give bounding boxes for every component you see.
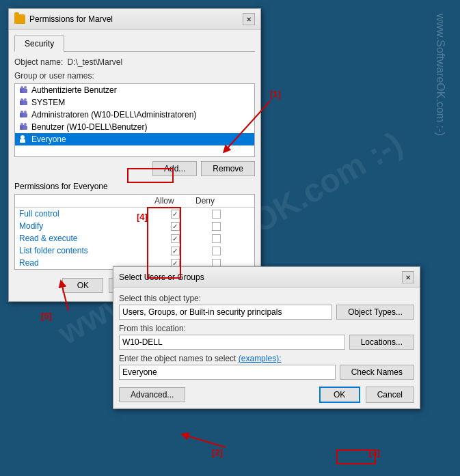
svg-rect-11 xyxy=(23,113,27,117)
select-dialog: Select Users or Groups ✕ Select this obj… xyxy=(113,266,420,409)
deny-col: Deny xyxy=(195,196,236,206)
perm-row: Full control xyxy=(15,208,254,220)
advanced-button[interactable]: Advanced... xyxy=(119,387,185,402)
object-names-input[interactable] xyxy=(119,365,336,380)
allow-col: Allow xyxy=(154,196,195,206)
select-title-area: Select Users or Groups xyxy=(119,272,204,282)
list-item[interactable]: Benutzer (W10-DELL\Benutzer) xyxy=(15,121,254,133)
svg-rect-17 xyxy=(20,139,25,143)
list-item[interactable]: Authentizierte Benutzer xyxy=(15,84,254,96)
perm-readexecute[interactable]: Read & execute xyxy=(19,234,154,243)
users-list[interactable]: Authentizierte Benutzer SYSTEM A xyxy=(14,83,255,157)
select-close-button[interactable]: ✕ xyxy=(402,271,414,283)
object-type-row: Object Types... xyxy=(119,305,414,320)
object-name-row: Object name: D:\_test\Marvel xyxy=(14,57,255,67)
readexec-deny-cell xyxy=(195,234,236,243)
examples-link[interactable]: (examples): xyxy=(239,354,282,363)
tab-security[interactable]: Security xyxy=(14,36,64,52)
permissions-body: Security Object name: D:\_test\Marvel Gr… xyxy=(9,30,260,301)
group-label: Group or user names: xyxy=(14,71,255,81)
user-name: Authentizierte Benutzer xyxy=(31,85,117,95)
list-item[interactable]: SYSTEM xyxy=(15,96,254,109)
readexec-deny-cb[interactable] xyxy=(212,234,221,243)
location-row: Locations... xyxy=(119,335,414,350)
object-types-button[interactable]: Object Types... xyxy=(336,305,414,320)
user-name: Benutzer (W10-DELL\Benutzer) xyxy=(31,122,147,132)
add-button[interactable]: Add... xyxy=(152,161,197,176)
check-names-button[interactable]: Check Names xyxy=(340,365,414,380)
location-label: From this location: xyxy=(119,324,414,333)
object-names-row: Check Names xyxy=(119,365,414,380)
scroll-space xyxy=(236,196,250,206)
perm-row: Modify xyxy=(15,220,254,232)
perm-modify[interactable]: Modify xyxy=(19,221,154,231)
modify-allow-cb[interactable] xyxy=(171,222,180,231)
location-input[interactable] xyxy=(119,335,345,350)
list-item[interactable]: Administratoren (W10-DELL\Administratore… xyxy=(15,109,254,121)
perm-col-name xyxy=(19,196,154,206)
object-type-label: Select this object type: xyxy=(119,294,414,303)
select-body: Select this object type: Object Types...… xyxy=(113,288,420,408)
modify-allow-cell xyxy=(154,222,195,231)
modify-deny-cb[interactable] xyxy=(212,222,221,231)
svg-point-13 xyxy=(21,123,23,126)
svg-point-14 xyxy=(24,123,27,126)
select-ok-button[interactable]: OK xyxy=(319,387,360,403)
permissions-table: Allow Deny Full control Modify Read & ex… xyxy=(14,194,255,270)
locations-button[interactable]: Locations... xyxy=(349,335,414,350)
object-name-label: Object name: xyxy=(14,57,63,67)
permissions-for-label: Permissions for Everyone xyxy=(14,182,255,191)
listfolder-deny-cb[interactable] xyxy=(212,247,221,255)
ok-button[interactable]: OK xyxy=(62,278,103,293)
perm-row: Read & execute xyxy=(15,232,254,244)
modify-deny-cell xyxy=(195,222,236,231)
user-group-icon xyxy=(19,85,29,95)
enter-label: Enter the object names to select (exampl… xyxy=(119,354,414,363)
svg-rect-3 xyxy=(23,89,27,93)
location-section: From this location: Locations... xyxy=(119,324,414,350)
permissions-close-button[interactable]: ✕ xyxy=(243,13,255,25)
listfolder-deny-cell xyxy=(195,247,236,255)
perm-listfolder[interactable]: List folder contents xyxy=(19,246,154,255)
permissions-title: Permissions for Marvel xyxy=(29,14,113,24)
svg-rect-7 xyxy=(23,101,27,105)
select-title: Select Users or Groups xyxy=(119,272,204,282)
fullcontrol-deny-cb[interactable] xyxy=(212,210,221,219)
permissions-dialog: Permissions for Marvel ✕ Security Object… xyxy=(8,8,261,302)
enter-label-text: Enter the object names to select xyxy=(119,354,236,363)
fullcontrol-allow-cb[interactable] xyxy=(171,210,180,219)
list-item-everyone[interactable]: Everyone xyxy=(15,133,254,145)
listfolder-allow-cell xyxy=(154,247,195,255)
benutzer-icon xyxy=(19,122,29,132)
svg-point-1 xyxy=(21,86,23,89)
fullcontrol-allow-cell xyxy=(154,210,195,219)
object-type-input[interactable] xyxy=(119,305,332,320)
svg-point-9 xyxy=(21,111,23,113)
readexec-allow-cb[interactable] xyxy=(171,234,180,243)
perms-header: Allow Deny xyxy=(15,195,254,208)
folder-icon xyxy=(14,14,25,24)
object-names-section: Enter the object names to select (exampl… xyxy=(119,354,414,380)
svg-point-5 xyxy=(21,98,23,101)
user-btn-row: Add... Remove xyxy=(14,161,255,176)
everyone-icon xyxy=(19,135,29,144)
svg-point-6 xyxy=(24,98,27,101)
object-name-value: D:\_test\Marvel xyxy=(67,57,122,67)
fullcontrol-deny-cell xyxy=(195,210,236,219)
admin-icon xyxy=(19,110,29,120)
svg-point-10 xyxy=(24,111,27,113)
svg-point-16 xyxy=(21,135,25,139)
object-type-section: Select this object type: Object Types... xyxy=(119,294,414,320)
remove-button[interactable]: Remove xyxy=(201,161,255,176)
select-cancel-button[interactable]: Cancel xyxy=(366,387,414,403)
svg-rect-15 xyxy=(23,126,27,130)
perm-row: List folder contents xyxy=(15,244,254,257)
perm-fullcontrol[interactable]: Full control xyxy=(19,209,154,219)
user-name: Administratoren (W10-DELL\Administratore… xyxy=(31,110,196,120)
permissions-title-area: Permissions for Marvel xyxy=(14,14,113,24)
select-titlebar: Select Users or Groups ✕ xyxy=(113,267,420,288)
system-icon xyxy=(19,98,29,107)
readexec-allow-cell xyxy=(154,234,195,243)
permissions-titlebar: Permissions for Marvel ✕ xyxy=(9,9,260,30)
listfolder-allow-cb[interactable] xyxy=(171,247,180,255)
